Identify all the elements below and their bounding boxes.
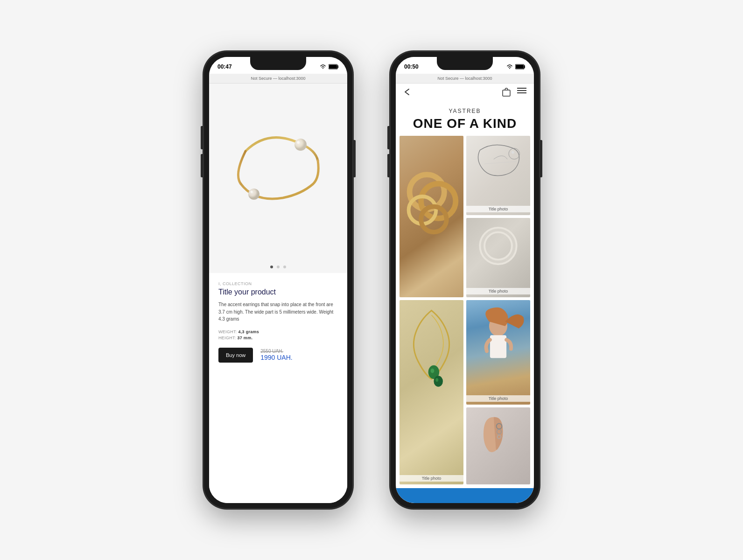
- svg-point-21: [431, 368, 435, 373]
- notch-2: [437, 57, 493, 70]
- sketch-label: Title photo: [466, 206, 530, 212]
- product-specs: WEIGHT: 4,3 grams HEIGHT: 37 mm.: [218, 329, 338, 340]
- product-image-area: [209, 84, 347, 261]
- dot-1: [270, 266, 273, 268]
- weight-value: 4,3 grams: [238, 329, 259, 334]
- status-icons-2: [506, 64, 526, 70]
- svg-point-22: [434, 376, 443, 386]
- browser-bar-2: Not Secure — localhost:3000: [396, 74, 534, 84]
- bracelet-svg: [227, 123, 329, 221]
- phone-2: 00:50 Not Secure — localhost:3000: [390, 51, 540, 509]
- svg-rect-1: [329, 65, 337, 69]
- height-value: 37 mm.: [237, 336, 252, 340]
- svg-rect-25: [490, 335, 506, 358]
- price-old: 2550 UAH.: [260, 349, 292, 354]
- wifi-icon-2: [506, 64, 513, 70]
- price-new: 1990 UAH.: [260, 354, 292, 361]
- brand-header: YASTREB ONE OF A KIND: [396, 100, 534, 136]
- brand-subtitle: YASTREB: [403, 108, 526, 114]
- menu-icon[interactable]: [517, 87, 526, 94]
- side-btn-mute: [201, 126, 203, 149]
- time-display-2: 00:50: [404, 63, 419, 70]
- brooch-label: Title photo: [400, 475, 463, 482]
- grid-cell-brooch: Title photo: [400, 300, 463, 485]
- height-spec: HEIGHT: 37 mm.: [218, 336, 338, 340]
- product-description: The accent earrings that snap into place…: [218, 301, 338, 323]
- nav-bar: [396, 84, 534, 100]
- grid-cell-earring: [466, 407, 530, 484]
- sketch-svg: [466, 136, 530, 192]
- brooch-svg: [400, 300, 463, 421]
- svg-point-4: [248, 189, 259, 200]
- side-btn-volume-2: [387, 154, 389, 177]
- battery-icon-2: [515, 64, 526, 70]
- side-btn-power-2: [540, 140, 542, 177]
- wifi-icon: [319, 64, 327, 70]
- browser-bar-1: Not Secure — localhost:3000: [209, 74, 347, 84]
- height-label: HEIGHT:: [218, 336, 236, 340]
- weight-spec: WEIGHT: 4,3 grams: [218, 329, 338, 334]
- svg-point-23: [435, 378, 438, 382]
- grid-cell-rings: [400, 136, 463, 297]
- weight-label: WEIGHT:: [218, 329, 237, 334]
- svg-point-2: [294, 139, 307, 151]
- svg-point-3: [297, 141, 300, 144]
- grid-cell-whitering: Title photo: [466, 218, 530, 297]
- bracelet-image: [227, 123, 329, 221]
- svg-rect-7: [516, 65, 524, 69]
- svg-point-19: [482, 230, 514, 262]
- browser-url-1: Not Secure — localhost:3000: [251, 76, 305, 81]
- phone1-content: I, Collection Title your product The acc…: [209, 84, 347, 503]
- earring-svg: [466, 407, 530, 463]
- phone-1-screen: 00:47 Not Secure — localhost:3000: [209, 57, 347, 503]
- bag-icon[interactable]: [502, 87, 511, 97]
- whitering-label: Title photo: [466, 288, 530, 294]
- dot-2: [277, 266, 280, 268]
- svg-rect-8: [503, 90, 510, 96]
- side-btn-mute-2: [387, 126, 389, 149]
- price-area: 2550 UAH. 1990 UAH.: [260, 349, 292, 361]
- status-icons-1: [319, 64, 339, 70]
- product-title: Title your product: [218, 288, 338, 296]
- svg-point-17: [512, 151, 514, 154]
- time-display-1: 00:47: [217, 63, 232, 70]
- rings-svg: [400, 136, 463, 257]
- product-grid: Title photo Title photo: [396, 136, 534, 488]
- phone2-content: YASTREB ONE OF A KIND: [396, 84, 534, 503]
- nav-icons-right: [502, 87, 526, 97]
- dot-3: [283, 266, 286, 268]
- side-btn-volume: [201, 154, 203, 177]
- grid-cell-sketch: Title photo: [466, 136, 530, 215]
- buy-row: Buy now 2550 UAH. 1990 UAH.: [218, 348, 338, 363]
- battery-icon: [329, 64, 339, 70]
- svg-point-5: [251, 191, 253, 193]
- back-icon[interactable]: [403, 88, 413, 96]
- person-svg: [466, 300, 530, 384]
- notch: [250, 57, 306, 70]
- person-label: Title photo: [466, 395, 530, 402]
- pagination-dots: [209, 261, 347, 273]
- bottom-bar: [396, 488, 534, 503]
- phone-2-screen: 00:50 Not Secure — localhost:3000: [396, 57, 534, 503]
- product-collection: I, Collection: [218, 281, 338, 286]
- svg-point-16: [509, 148, 519, 159]
- side-btn-power: [354, 140, 356, 177]
- grid-cell-person: Title photo: [466, 300, 530, 405]
- buy-button[interactable]: Buy now: [218, 348, 253, 363]
- product-info: I, Collection Title your product The acc…: [209, 273, 347, 503]
- browser-url-2: Not Secure — localhost:3000: [437, 76, 492, 81]
- brand-title: ONE OF A KIND: [403, 116, 526, 131]
- phone-1: 00:47 Not Secure — localhost:3000: [203, 51, 353, 509]
- whitering-svg: [466, 218, 530, 274]
